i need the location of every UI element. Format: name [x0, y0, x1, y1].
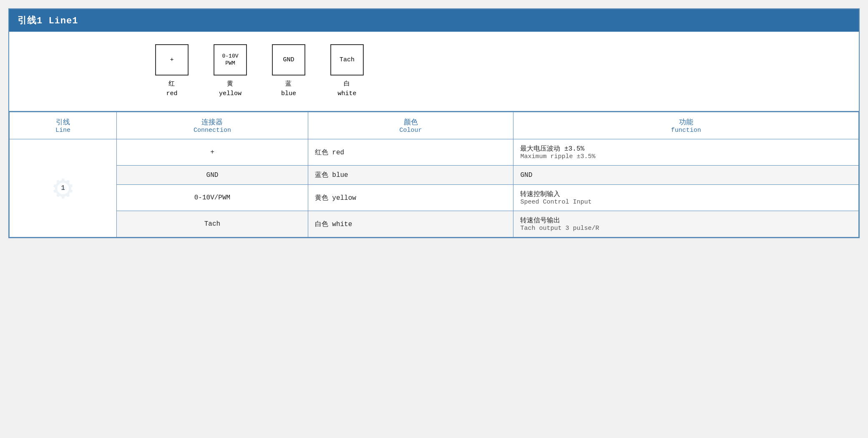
col-header-function: 功能 function [513, 112, 859, 139]
connector-box-gnd: GND [272, 44, 305, 76]
main-container: 引线1 Line1 + 红 red 0-10VPWM 黄 yellow GND … [8, 8, 860, 238]
connector-label-tach: 白 white [337, 80, 356, 98]
diagram-row: + 红 red 0-10VPWM 黄 yellow GND 蓝 blue Tac… [9, 32, 859, 112]
table-row: 1 ⚙ + 红色 red 最大电压波动 ±3.5% Maximum ripple… [10, 139, 859, 166]
connector-pwm: 0-10VPWM 黄 yellow [214, 44, 247, 98]
line-number-cell: 1 ⚙ [10, 139, 117, 237]
col-header-connection: 连接器 Connection [117, 112, 308, 139]
connector-box-pwm: 0-10VPWM [214, 44, 247, 76]
function-cell-tach: 转速信号输出 Tach output 3 pulse/R [513, 211, 859, 237]
connector-tach: Tach 白 white [330, 44, 364, 98]
colour-cell-red: 红色 red [308, 139, 513, 166]
connector-label-pwm: 黄 yellow [219, 80, 242, 98]
connection-cell-plus: + [117, 139, 308, 166]
connector-label-plus: 红 red [166, 80, 177, 98]
connection-cell-tach: Tach [117, 211, 308, 237]
table-row: Tach 白色 white 转速信号输出 Tach output 3 pulse… [10, 211, 859, 237]
colour-cell-blue: 蓝色 blue [308, 166, 513, 185]
function-cell-pwm: 转速控制输入 Speed Control Input [513, 185, 859, 211]
connector-plus: + 红 red [155, 44, 189, 98]
table-row: GND 蓝色 blue GND [10, 166, 859, 185]
header-title: 引线1 Line1 [18, 16, 78, 26]
table-header: 引线1 Line1 [9, 9, 859, 32]
col-header-colour: 颜色 Colour [308, 112, 513, 139]
function-cell-red: 最大电压波动 ±3.5% Maximum ripple ±3.5% [513, 139, 859, 166]
colour-cell-yellow: 黄色 yellow [308, 185, 513, 211]
connector-label-gnd: 蓝 blue [281, 80, 296, 98]
function-cell-gnd: GND [513, 166, 859, 185]
col-header-line: 引线 Line [10, 112, 117, 139]
connector-box-plus: + [155, 44, 189, 76]
connection-cell-pwm: 0-10V/PWM [117, 185, 308, 211]
connector-gnd: GND 蓝 blue [272, 44, 305, 98]
table-header-row: 引线 Line 连接器 Connection 颜色 Colour 功能 func… [10, 112, 859, 139]
colour-cell-white: 白色 white [308, 211, 513, 237]
table-row: 0-10V/PWM 黄色 yellow 转速控制输入 Speed Control… [10, 185, 859, 211]
data-table: 引线 Line 连接器 Connection 颜色 Colour 功能 func… [9, 112, 859, 237]
connection-cell-gnd: GND [117, 166, 308, 185]
connector-box-tach: Tach [330, 44, 364, 76]
